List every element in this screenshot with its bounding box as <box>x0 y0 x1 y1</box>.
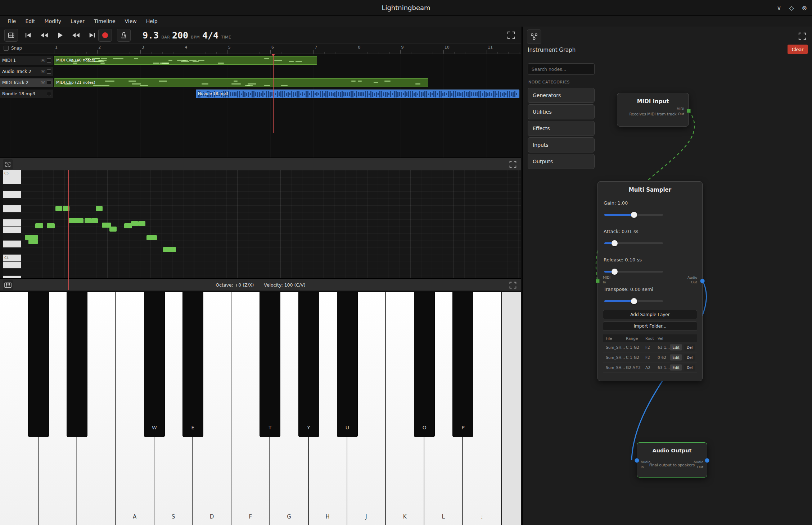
track-checkbox[interactable] <box>47 58 51 63</box>
midi-note[interactable] <box>163 247 176 252</box>
maximize-icon[interactable]: ◇ <box>789 4 794 12</box>
menu-layer[interactable]: Layer <box>66 16 89 27</box>
minimize-icon[interactable]: ∨ <box>777 4 781 12</box>
piano-roll-key[interactable]: C5 <box>3 170 21 177</box>
gain-slider[interactable] <box>604 214 663 216</box>
snap-checkbox[interactable] <box>4 46 9 51</box>
node-audio-output[interactable]: Audio Output Final output to speakers Au… <box>637 442 707 478</box>
black-key-P[interactable]: P <box>452 292 473 437</box>
piano-roll-key[interactable] <box>3 269 21 276</box>
edit-sample-button[interactable]: Edit <box>670 354 682 360</box>
audio-in-port[interactable] <box>635 458 639 463</box>
piano-roll-key[interactable] <box>3 262 21 269</box>
black-key-W[interactable]: W <box>144 292 165 437</box>
release-slider[interactable] <box>604 271 663 273</box>
slider-thumb[interactable] <box>612 240 618 246</box>
menu-file[interactable]: File <box>3 16 21 27</box>
midi-in-port[interactable] <box>596 279 600 283</box>
audio-out-port[interactable] <box>700 279 705 283</box>
attack-slider[interactable] <box>604 242 663 244</box>
edit-sample-button[interactable]: Edit <box>670 364 682 370</box>
piano-roll-key[interactable] <box>3 177 21 184</box>
midi-note[interactable] <box>96 206 103 211</box>
track-header[interactable]: MIDI Track 2[A] <box>0 78 53 87</box>
midi-note[interactable] <box>109 227 117 232</box>
delete-sample-button[interactable]: Del <box>684 354 695 360</box>
menu-edit[interactable]: Edit <box>21 16 40 27</box>
fast-forward-button[interactable] <box>71 30 81 40</box>
edit-sample-button[interactable]: Edit <box>670 344 682 350</box>
white-key[interactable] <box>502 292 521 525</box>
black-key[interactable] <box>28 292 49 437</box>
play-button[interactable] <box>55 30 66 40</box>
black-key-O[interactable]: O <box>414 292 435 437</box>
black-key[interactable] <box>67 292 87 437</box>
timeline-mode-button[interactable] <box>4 29 18 42</box>
skip-end-button[interactable] <box>86 30 97 40</box>
rewind-button[interactable] <box>39 30 50 40</box>
midi-note[interactable] <box>35 223 43 228</box>
track-checkbox[interactable] <box>47 69 51 74</box>
midi-note[interactable] <box>91 218 98 223</box>
slider-thumb[interactable] <box>631 298 637 304</box>
piano-roll-key[interactable] <box>3 248 21 255</box>
midi-clip[interactable]: MIDI Clip (21 notes) <box>54 78 428 87</box>
audio-out-port[interactable] <box>705 458 709 463</box>
track-header[interactable]: Noodle 18.mp3 <box>0 90 53 98</box>
piano-roll[interactable]: C5C4 <box>0 170 521 290</box>
slider-thumb[interactable] <box>612 269 618 275</box>
black-key-E[interactable]: E <box>182 292 203 437</box>
skip-start-button[interactable] <box>23 30 34 40</box>
track-checkbox[interactable] <box>47 92 51 96</box>
track-header[interactable]: Audio Track 2[A] <box>0 67 53 76</box>
black-key-Y[interactable]: Y <box>298 292 319 437</box>
menu-help[interactable]: Help <box>141 16 162 27</box>
piano-roll-key[interactable] <box>3 233 21 241</box>
audio-clip[interactable]: Noodle 18.mp3 <box>196 90 519 98</box>
menu-timeline[interactable]: Timeline <box>89 16 120 27</box>
black-key-T[interactable]: T <box>260 292 280 437</box>
snap-toggle[interactable]: Snap <box>4 46 22 51</box>
slider-thumb[interactable] <box>631 212 637 218</box>
record-button[interactable] <box>98 29 112 42</box>
timeline-fullscreen-icon[interactable] <box>506 30 516 40</box>
playhead-handle[interactable] <box>271 54 275 56</box>
piano-roll-playhead[interactable] <box>68 170 69 290</box>
keyboard-fullscreen-icon[interactable] <box>508 280 518 290</box>
metronome-button[interactable] <box>117 29 131 42</box>
piano-roll-key[interactable] <box>3 205 21 213</box>
midi-note[interactable] <box>47 223 55 228</box>
piano-roll-key[interactable] <box>3 198 21 205</box>
timeline-playhead[interactable] <box>273 54 274 133</box>
delete-sample-button[interactable]: Del <box>684 344 695 350</box>
track-header[interactable]: MIDI 1[A] <box>0 56 53 65</box>
piano-roll-grid[interactable] <box>21 170 521 290</box>
midi-out-port[interactable] <box>687 109 691 113</box>
transpose-slider[interactable] <box>604 300 663 302</box>
node-multi-sampler[interactable]: Multi Sampler Gain: 1.00Attack: 0.01 ssR… <box>597 181 703 381</box>
piano-roll-key[interactable] <box>3 191 21 198</box>
midi-note[interactable] <box>55 206 62 211</box>
add-sample-layer-button[interactable]: Add Sample Layer <box>603 310 697 319</box>
midi-note[interactable] <box>146 235 157 240</box>
piano-roll-key[interactable] <box>3 213 21 220</box>
track-checkbox[interactable] <box>47 81 51 85</box>
delete-sample-button[interactable]: Del <box>684 364 695 370</box>
node-midi-input[interactable]: MIDI Input Receives MIDI from track MIDI… <box>617 93 689 127</box>
piano-roll-key[interactable]: C4 <box>3 255 21 262</box>
piano-roll-key[interactable] <box>3 241 21 248</box>
midi-clip[interactable]: MIDI Clip (40 notes) <box>54 56 317 65</box>
black-key-U[interactable]: U <box>337 292 358 437</box>
midi-note[interactable] <box>138 221 145 226</box>
midi-note[interactable] <box>131 221 138 226</box>
piano-roll-expand-button[interactable] <box>3 159 13 169</box>
piano-roll-key[interactable] <box>3 227 21 234</box>
menu-modify[interactable]: Modify <box>40 16 66 27</box>
close-icon[interactable]: ⊗ <box>802 4 807 12</box>
import-folder-button[interactable]: Import Folder... <box>603 321 697 331</box>
piano-roll-key[interactable] <box>3 219 21 227</box>
midi-note[interactable] <box>85 218 91 223</box>
menu-view[interactable]: View <box>120 16 141 27</box>
midi-note[interactable] <box>68 218 84 223</box>
piano-roll-fullscreen-icon[interactable] <box>508 160 518 169</box>
